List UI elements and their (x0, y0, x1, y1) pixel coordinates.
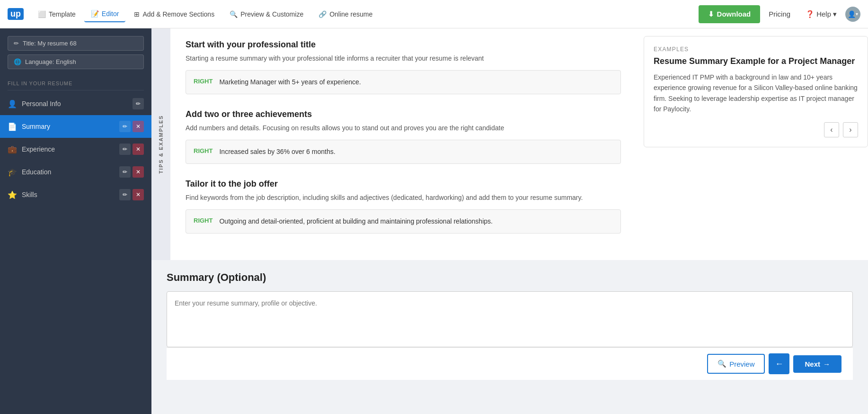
nav-add-remove[interactable]: ⊞ Add & Remove Sections (127, 7, 221, 22)
content-area: TIPS & EXAMPLES Start with your professi… (151, 28, 868, 414)
chevron-down-icon-avatar: ▾ (856, 11, 858, 17)
edit-summary-button[interactable]: ✏ (119, 121, 131, 132)
nav-editor[interactable]: 📝 Editor (84, 6, 126, 22)
sidebar-item-experience[interactable]: 💼 Experience ✏ ✕ (0, 138, 151, 161)
summary-icon: 📄 (8, 122, 17, 131)
examples-panel: EXAMPLES Resume Summary Example for a Pr… (636, 28, 868, 260)
examples-title: Resume Summary Example for a Project Man… (654, 56, 858, 66)
nav-preview[interactable]: 🔍 Preview & Customize (223, 7, 310, 22)
tips-label: TIPS & EXAMPLES (158, 115, 164, 174)
tip-desc-3: Find keywords from the job description, … (186, 193, 621, 203)
skills-icon: ⭐ (8, 190, 17, 199)
tip-example-text-1: Marketing Manager with 5+ years of exper… (219, 77, 361, 87)
sidebar: ✏ Title: My resume 68 🌐 Language: Englis… (0, 28, 151, 414)
tip-example-3: RIGHT Outgoing and detail-oriented, prof… (186, 209, 621, 234)
education-actions: ✏ ✕ (119, 166, 144, 178)
preview-search-icon: 🔍 (717, 360, 726, 368)
summary-section: Summary (Optional) 🔍 Preview ← Next → (151, 260, 868, 414)
tip-example-1: RIGHT Marketing Manager with 5+ years of… (186, 70, 621, 94)
delete-education-button[interactable]: ✕ (133, 166, 144, 178)
main-layout: ✏ Title: My resume 68 🌐 Language: Englis… (0, 28, 868, 414)
topnav: up ⬜ Template 📝 Editor ⊞ Add & Remove Se… (0, 0, 868, 28)
download-button[interactable]: ⬇ Download (699, 5, 761, 23)
summary-section-title: Summary (Optional) (167, 271, 853, 284)
tip-example-text-2: Increased sales by 36% over 6 months. (219, 147, 335, 157)
edit-education-button[interactable]: ✏ (119, 166, 131, 178)
tip-desc-1: Starting a resume summary with your prof… (186, 54, 621, 63)
pencil-icon: ✏ (14, 40, 19, 47)
tips-sidebar: TIPS & EXAMPLES (151, 28, 170, 260)
logo-icon: up (8, 8, 24, 20)
fill-label: FILL IN YOUR RESUME (0, 77, 151, 88)
globe-icon: 🌐 (14, 58, 21, 65)
tip-title-1: Start with your professional title (186, 40, 621, 50)
summary-input[interactable] (175, 299, 845, 337)
next-button[interactable]: Next → (793, 355, 841, 373)
chevron-down-icon: ▾ (833, 10, 837, 18)
sidebar-item-summary[interactable]: 📄 Summary ✏ ✕ (0, 115, 151, 138)
examples-text: Experienced IT PMP with a background in … (654, 72, 858, 115)
bottom-bar: 🔍 Preview ← Next → (167, 347, 853, 380)
examples-nav: ‹ › (654, 122, 858, 137)
pricing-button[interactable]: Pricing (762, 6, 797, 22)
examples-label: EXAMPLES (654, 46, 858, 53)
preview-icon: 🔍 (230, 10, 238, 18)
sidebar-item-personal-info[interactable]: 👤 Personal Info ✏ (0, 92, 151, 115)
skills-actions: ✏ ✕ (119, 189, 144, 200)
delete-skills-button[interactable]: ✕ (133, 189, 144, 200)
nav-template[interactable]: ⬜ Template (31, 7, 82, 22)
tip-right-label-2: RIGHT (194, 147, 213, 154)
language-button[interactable]: 🌐 Language: English (8, 54, 144, 69)
examples-box: EXAMPLES Resume Summary Example for a Pr… (644, 36, 868, 147)
help-icon: ❓ (806, 10, 815, 18)
experience-actions: ✏ ✕ (119, 144, 144, 155)
edit-personal-info-button[interactable]: ✏ (133, 98, 144, 109)
title-button[interactable]: ✏ Title: My resume 68 (8, 36, 144, 51)
tip-block-3: Tailor it to the job offer Find keywords… (186, 179, 621, 234)
sidebar-item-skills[interactable]: ⭐ Skills ✏ ✕ (0, 183, 151, 206)
summary-actions: ✏ ✕ (119, 121, 144, 132)
education-icon: 🎓 (8, 168, 17, 177)
sidebar-divider (8, 90, 144, 90)
tip-block-1: Start with your professional title Start… (186, 40, 621, 94)
examples-next-button[interactable]: › (843, 122, 858, 137)
tip-example-2: RIGHT Increased sales by 36% over 6 mont… (186, 140, 621, 164)
edit-skills-button[interactable]: ✏ (119, 189, 131, 200)
experience-icon: 💼 (8, 145, 17, 154)
tips-and-examples: TIPS & EXAMPLES Start with your professi… (151, 28, 868, 260)
preview-button[interactable]: 🔍 Preview (707, 354, 765, 374)
help-button[interactable]: ❓ Help ▾ (799, 6, 843, 22)
tip-block-2: Add two or three achievements Add number… (186, 109, 621, 164)
arrow-left-icon: ← (775, 359, 783, 369)
tip-right-label-1: RIGHT (194, 77, 213, 85)
download-icon: ⬇ (708, 10, 714, 18)
arrow-right-icon: → (823, 360, 830, 368)
tips-content: Start with your professional title Start… (170, 28, 636, 260)
tip-title-2: Add two or three achievements (186, 109, 621, 119)
tip-example-text-3: Outgoing and detail-oriented, proficient… (219, 216, 492, 226)
add-remove-icon: ⊞ (134, 10, 140, 18)
back-button[interactable]: ← (769, 353, 789, 374)
avatar[interactable]: 👤 ▾ (845, 7, 860, 22)
avatar-icon: 👤 (848, 10, 856, 18)
edit-experience-button[interactable]: ✏ (119, 144, 131, 155)
tip-right-label-3: RIGHT (194, 216, 213, 224)
person-icon: 👤 (8, 99, 17, 108)
tip-desc-2: Add numbers and details. Focusing on res… (186, 123, 621, 133)
examples-prev-button[interactable]: ‹ (824, 122, 839, 137)
sidebar-item-education[interactable]: 🎓 Education ✏ ✕ (0, 161, 151, 183)
editor-icon: 📝 (91, 10, 99, 18)
personal-info-actions: ✏ (133, 98, 144, 109)
online-icon: 🔗 (319, 10, 327, 18)
summary-input-wrap (167, 291, 853, 347)
tip-title-3: Tailor it to the job offer (186, 179, 621, 189)
delete-experience-button[interactable]: ✕ (133, 144, 144, 155)
template-icon: ⬜ (38, 10, 46, 18)
delete-summary-button[interactable]: ✕ (133, 121, 144, 132)
sidebar-meta: ✏ Title: My resume 68 🌐 Language: Englis… (0, 28, 151, 77)
nav-online[interactable]: 🔗 Online resume (312, 7, 379, 22)
